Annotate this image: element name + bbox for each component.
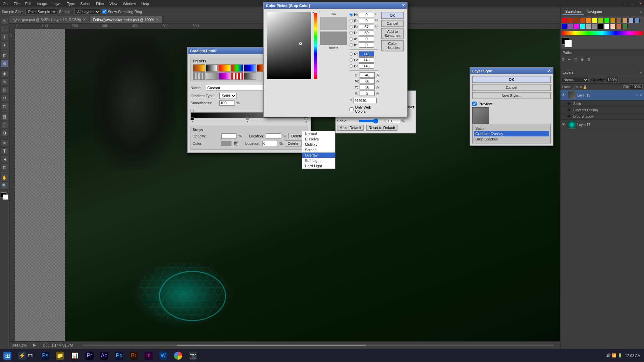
cp-l-radio[interactable]: [350, 31, 353, 35]
pen-tool[interactable]: ✒: [1, 139, 8, 147]
cp-k-input[interactable]: [360, 90, 375, 96]
taskbar-indesign[interactable]: Id: [141, 349, 156, 362]
swatch-brown-red[interactable]: [574, 18, 579, 23]
swatch-yellow[interactable]: [592, 18, 597, 23]
eraser-tool[interactable]: ◻: [1, 103, 8, 110]
blend-soft-light[interactable]: Soft Light: [302, 158, 335, 163]
menu-image[interactable]: Image: [34, 1, 50, 6]
taskbar-ps2[interactable]: Ps: [112, 349, 126, 362]
ge-color-stop-right[interactable]: ▲: [305, 117, 308, 123]
layer-17-visibility[interactable]: 👁: [562, 122, 567, 127]
swatches-menu-icon[interactable]: ≡: [640, 10, 642, 14]
clone-tool[interactable]: ⎘: [1, 86, 8, 94]
cp-brgb-input[interactable]: [359, 63, 374, 69]
cp-l-input[interactable]: [359, 30, 374, 36]
gop-scale-slider[interactable]: [359, 118, 385, 124]
menu-select[interactable]: Select: [78, 1, 94, 6]
tab-0[interactable]: cyborgtut.psd @ 345% (Layer 19, RGB/8) ✕: [9, 16, 90, 23]
swatch-dark-red[interactable]: [568, 18, 573, 23]
blend-dissolve[interactable]: Dissolve: [302, 136, 335, 142]
preset-9[interactable]: [193, 72, 205, 80]
ge-color-type-btn[interactable]: [234, 141, 238, 145]
maximize-button[interactable]: □: [629, 0, 637, 7]
lock-image[interactable]: ✎: [576, 85, 578, 89]
path-tool-4[interactable]: ⊕: [581, 57, 586, 63]
lasso-tool[interactable]: ⌇: [1, 34, 8, 41]
swatch-gold[interactable]: [610, 18, 615, 23]
shape-tool[interactable]: ◻: [1, 164, 8, 171]
path-tool-3[interactable]: ◻: [574, 57, 580, 63]
ls-cancel-button[interactable]: Cancel: [472, 84, 551, 91]
cp-y-input[interactable]: [360, 84, 375, 90]
cp-g-radio[interactable]: [350, 58, 353, 62]
text-tool[interactable]: T: [1, 147, 8, 155]
menu-help[interactable]: Help: [139, 1, 152, 6]
cp-c-input[interactable]: [360, 72, 375, 78]
tab-navigator[interactable]: Navigator: [584, 9, 605, 14]
menu-type[interactable]: Type: [64, 1, 78, 6]
taskbar-ps[interactable]: Ps: [38, 349, 53, 362]
cp-webcolor-checkbox[interactable]: [350, 107, 354, 111]
cp-b-input[interactable]: [359, 24, 374, 29]
swatch-cyan[interactable]: [580, 24, 585, 29]
swatch-tan[interactable]: [616, 18, 622, 23]
ge-opacity-location-input[interactable]: [266, 133, 281, 139]
menu-window[interactable]: Window: [120, 1, 139, 6]
effect-ds-visibility[interactable]: 👁: [567, 114, 572, 118]
preset-5[interactable]: [244, 64, 256, 72]
show-sampling-ring-label[interactable]: Show Sampling Ring: [102, 9, 142, 14]
preset-10[interactable]: [206, 72, 218, 80]
swatch-blue[interactable]: [562, 24, 567, 29]
select-tool[interactable]: ⬚: [1, 25, 8, 33]
cp-brgb-radio[interactable]: [350, 64, 353, 68]
swatch-peach[interactable]: [622, 18, 628, 23]
magic-wand-tool[interactable]: ✦: [1, 42, 8, 49]
swatch-gray[interactable]: [592, 24, 597, 29]
swatch-skin[interactable]: [610, 24, 615, 29]
cp-m-input[interactable]: [360, 78, 375, 84]
blur-tool[interactable]: ◌: [1, 121, 8, 128]
show-sampling-ring-checkbox[interactable]: [102, 9, 107, 14]
ls-preview-checkbox[interactable]: [472, 102, 477, 106]
gop-make-default-button[interactable]: Make Default: [337, 125, 364, 131]
preset-2[interactable]: [206, 64, 218, 72]
blend-normal[interactable]: Normal: [302, 131, 335, 136]
taskbar-premiere[interactable]: Pr: [82, 349, 97, 362]
cp-b2-input[interactable]: [359, 42, 374, 48]
blend-screen[interactable]: Screen: [302, 147, 335, 153]
ls-ok-button[interactable]: OK: [472, 76, 551, 83]
ge-type-select[interactable]: Solid: [219, 93, 236, 99]
gop-reset-default-button[interactable]: Reset to Default: [366, 125, 397, 131]
fg-bg-color-chips[interactable]: [562, 37, 572, 47]
cp-h-input[interactable]: [359, 12, 374, 17]
ge-smoothness-input[interactable]: [219, 100, 234, 106]
cp-g-input[interactable]: [359, 57, 374, 63]
minimize-button[interactable]: —: [622, 0, 629, 7]
cp-s-input[interactable]: [359, 18, 374, 23]
blend-multiply[interactable]: Multiply: [302, 142, 335, 147]
ls-close[interactable]: ✕: [548, 69, 551, 73]
path-tool-1[interactable]: ⚙: [561, 57, 567, 63]
path-tool-2[interactable]: ✒: [568, 57, 573, 63]
cp-a-input[interactable]: [359, 36, 374, 42]
taskbar-explorer[interactable]: 📷: [185, 349, 200, 362]
layers-menu-icon[interactable]: ≡: [640, 70, 642, 74]
ls-style-gradient-overlay[interactable]: Gradient Overlay: [474, 131, 549, 136]
blend-overlay-active[interactable]: Overlay: [302, 153, 335, 158]
effect-satin-visibility[interactable]: 👁: [567, 102, 572, 106]
swatch-green[interactable]: [604, 18, 609, 23]
ge-opacity-input[interactable]: [221, 133, 236, 139]
taskbar-files[interactable]: 📁: [53, 349, 67, 362]
path-select-tool[interactable]: ◂: [1, 156, 8, 163]
cp-close[interactable]: ✕: [402, 3, 405, 8]
tab-0-close[interactable]: ✕: [83, 17, 86, 22]
cp-hue-slider[interactable]: [314, 12, 317, 79]
effect-satin[interactable]: 👁 Satin: [560, 101, 644, 107]
dodge-tool[interactable]: ◑: [1, 129, 8, 136]
cp-b-radio[interactable]: [350, 25, 353, 28]
swatch-white[interactable]: [604, 24, 609, 29]
cp-h-radio[interactable]: [350, 13, 353, 16]
swatch-light-orange[interactable]: [586, 18, 591, 23]
ls-new-style-button[interactable]: New Style...: [472, 92, 551, 99]
cp-b2-radio[interactable]: [350, 43, 353, 47]
